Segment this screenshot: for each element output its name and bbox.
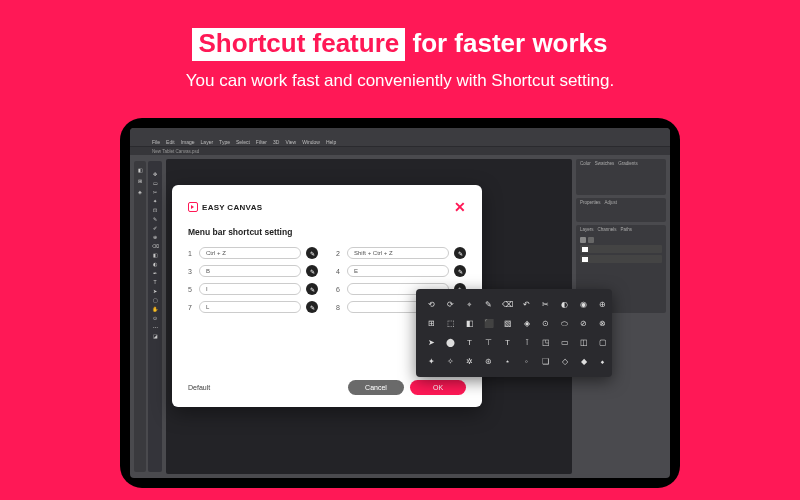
panel-tab[interactable]: Properties xyxy=(580,200,601,206)
marquee-tool-icon[interactable]: ▭ xyxy=(152,180,158,186)
picker-item-icon[interactable]: ⟳ xyxy=(443,297,458,312)
picker-item-icon[interactable]: ◳ xyxy=(538,335,553,350)
picker-item-icon[interactable]: ✧ xyxy=(443,354,458,369)
picker-item-icon[interactable]: ◆ xyxy=(576,354,591,369)
picker-item-icon[interactable]: ⟲ xyxy=(424,297,439,312)
picker-item-icon[interactable]: ⊙ xyxy=(538,316,553,331)
menu-item[interactable]: View xyxy=(285,139,296,145)
shortcut-input[interactable]: E xyxy=(347,265,449,277)
tool-icon[interactable]: ◈ xyxy=(137,189,143,195)
zoom-tool-icon[interactable]: ⊙ xyxy=(152,315,158,321)
picker-item-icon[interactable]: ❏ xyxy=(538,354,553,369)
picker-item-icon[interactable]: ⬚ xyxy=(443,316,458,331)
eraser-tool-icon[interactable]: ⌫ xyxy=(152,243,158,249)
panel-tab[interactable]: Paths xyxy=(621,227,633,233)
picker-item-icon[interactable]: ⌫ xyxy=(500,297,515,312)
picker-item-icon[interactable]: ◈ xyxy=(519,316,534,331)
picker-item-icon[interactable]: ✎ xyxy=(481,297,496,312)
picker-item-icon[interactable]: ◫ xyxy=(576,335,591,350)
menu-item[interactable]: Type xyxy=(219,139,230,145)
menu-item[interactable]: File xyxy=(152,139,160,145)
picker-item-icon[interactable]: ✲ xyxy=(462,354,477,369)
picker-item-icon[interactable]: ⊛ xyxy=(481,354,496,369)
lasso-tool-icon[interactable]: ✂ xyxy=(152,189,158,195)
crop-tool-icon[interactable]: ⊡ xyxy=(152,207,158,213)
shortcut-input[interactable]: L xyxy=(199,301,301,313)
menu-item[interactable]: Filter xyxy=(256,139,267,145)
edit-icon[interactable]: ✎ xyxy=(454,265,466,277)
move-tool-icon[interactable]: ✥ xyxy=(152,171,158,177)
stamp-tool-icon[interactable]: ⊕ xyxy=(152,234,158,240)
picker-item-icon[interactable]: ➤ xyxy=(424,335,439,350)
shortcut-input[interactable]: Ctrl + Z xyxy=(199,247,301,259)
picker-item-icon[interactable]: ⊺ xyxy=(519,335,534,350)
picker-item-icon[interactable]: ▢ xyxy=(595,335,610,350)
edit-icon[interactable]: ✎ xyxy=(454,247,466,259)
menu-item[interactable]: Window xyxy=(302,139,320,145)
picker-item-icon[interactable]: ⊞ xyxy=(424,316,439,331)
shortcut-input[interactable]: I xyxy=(199,283,301,295)
panel-tab[interactable]: Swatches xyxy=(595,161,615,167)
picker-item-icon[interactable]: ⊘ xyxy=(576,316,591,331)
picker-item-icon[interactable]: T xyxy=(500,335,515,350)
menu-item[interactable]: Select xyxy=(236,139,250,145)
layer-row[interactable] xyxy=(580,255,662,263)
more-tool-icon[interactable]: ⋯ xyxy=(152,324,158,330)
picker-item-icon[interactable]: ◧ xyxy=(462,316,477,331)
cancel-button[interactable]: Cancel xyxy=(348,380,404,395)
color-swap-icon[interactable]: ◪ xyxy=(152,333,158,339)
picker-item-icon[interactable]: ⊗ xyxy=(595,316,610,331)
menu-item[interactable]: Edit xyxy=(166,139,175,145)
ok-button[interactable]: OK xyxy=(410,380,466,395)
panel-tab[interactable]: Gradients xyxy=(618,161,638,167)
picker-item-icon[interactable]: ◉ xyxy=(576,297,591,312)
shortcut-input[interactable]: B xyxy=(199,265,301,277)
pen-tool-icon[interactable]: ✒ xyxy=(152,270,158,276)
shortcut-input[interactable]: Shift + Ctrl + Z xyxy=(347,247,449,259)
picker-item-icon[interactable]: ▧ xyxy=(500,316,515,331)
brush-tool-icon[interactable]: ✐ xyxy=(152,225,158,231)
close-icon[interactable]: ✕ xyxy=(454,199,466,215)
blur-tool-icon[interactable]: ◐ xyxy=(152,261,158,267)
gradient-tool-icon[interactable]: ◧ xyxy=(152,252,158,258)
picker-item-icon[interactable]: ⬤ xyxy=(443,335,458,350)
picker-item-icon[interactable]: ✦ xyxy=(424,354,439,369)
panel-tab[interactable]: Color xyxy=(580,161,591,167)
type-tool-icon[interactable]: T xyxy=(152,279,158,285)
edit-icon[interactable]: ✎ xyxy=(306,283,318,295)
wand-tool-icon[interactable]: ✦ xyxy=(152,198,158,204)
picker-item-icon[interactable]: ⊤ xyxy=(481,335,496,350)
picker-item-icon[interactable]: ◇ xyxy=(557,354,572,369)
picker-item-icon[interactable]: ⬭ xyxy=(557,316,572,331)
picker-item-icon[interactable]: ◐ xyxy=(557,297,572,312)
tool-icon[interactable]: ⊞ xyxy=(137,178,143,184)
document-tab[interactable]: New Tablet Canvas.psd xyxy=(130,147,670,155)
menu-item[interactable]: Image xyxy=(181,139,195,145)
picker-item-icon[interactable]: ✂ xyxy=(538,297,553,312)
panel-tab[interactable]: Channels xyxy=(598,227,617,233)
layer-row[interactable] xyxy=(580,245,662,253)
picker-item-icon[interactable]: ⬥ xyxy=(595,354,610,369)
picker-item-icon[interactable]: ⬛ xyxy=(481,316,496,331)
picker-item-icon[interactable]: ◦ xyxy=(519,354,534,369)
edit-icon[interactable]: ✎ xyxy=(306,247,318,259)
panel-tab[interactable]: Layers xyxy=(580,227,594,233)
shape-tool-icon[interactable]: ▢ xyxy=(152,297,158,303)
tool-icon[interactable]: ◧ xyxy=(137,167,143,173)
picker-item-icon[interactable]: ↶ xyxy=(519,297,534,312)
menu-item[interactable]: 3D xyxy=(273,139,279,145)
edit-icon[interactable]: ✎ xyxy=(306,265,318,277)
eyedropper-tool-icon[interactable]: ✎ xyxy=(152,216,158,222)
menu-item[interactable]: Help xyxy=(326,139,336,145)
picker-item-icon[interactable]: ⊕ xyxy=(595,297,610,312)
picker-item-icon[interactable]: T xyxy=(462,335,477,350)
menu-item[interactable]: Layer xyxy=(201,139,214,145)
picker-item-icon[interactable]: ⋆ xyxy=(500,354,515,369)
hand-tool-icon[interactable]: ✋ xyxy=(152,306,158,312)
panel-tab[interactable]: Adjust xyxy=(605,200,618,206)
picker-item-icon[interactable]: ▭ xyxy=(557,335,572,350)
default-link[interactable]: Default xyxy=(188,384,210,391)
path-tool-icon[interactable]: ➤ xyxy=(152,288,158,294)
picker-item-icon[interactable]: ⌖ xyxy=(462,297,477,312)
edit-icon[interactable]: ✎ xyxy=(306,301,318,313)
